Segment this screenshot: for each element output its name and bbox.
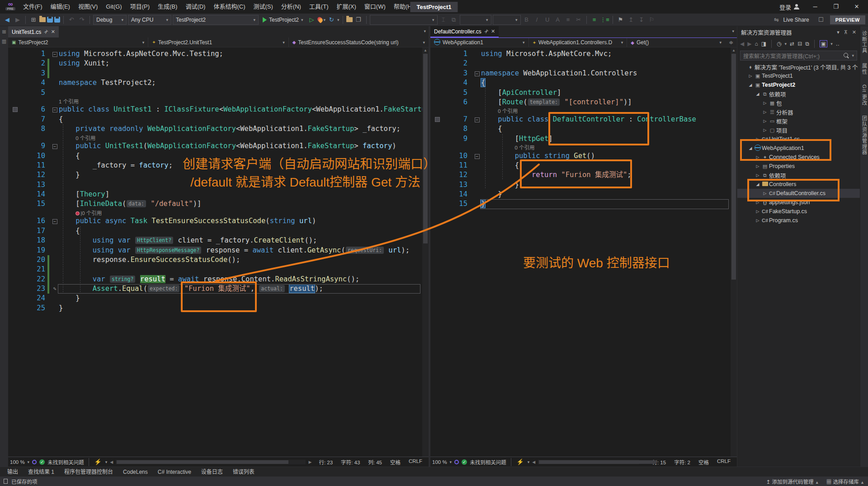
expander-icon[interactable]: ▷ — [755, 164, 761, 168]
start-without-debugging-icon[interactable]: ▷ — [307, 15, 316, 25]
align-icon[interactable]: ≡ — [564, 15, 573, 25]
startup-project-dropdown[interactable]: TestProject2▾ — [173, 15, 259, 25]
switch-views-icon[interactable]: ◨ — [761, 41, 766, 47]
tree-item-项目[interactable]: ▷▢项目 — [737, 126, 860, 135]
panel-tab-错误列表[interactable]: 错误列表 — [228, 467, 259, 477]
save-icon[interactable] — [47, 17, 53, 23]
fold-collapse-icon[interactable]: − — [52, 52, 57, 57]
layers-icon[interactable]: ▥ — [2, 38, 6, 44]
expander-icon[interactable]: ▷ — [755, 137, 761, 141]
code-cleanup-icon[interactable]: ⚡ — [94, 457, 103, 467]
tab-defaultcontroller[interactable]: DefaultController.cs ⊼ ✕ — [430, 26, 499, 37]
tree-item-Program.cs[interactable]: ▷C#Program.cs — [737, 216, 860, 225]
preview-badge-button[interactable]: PREVIEW — [830, 15, 865, 24]
menu-视图(V)[interactable]: 视图(V) — [74, 0, 102, 14]
tree-item-DefaultController.cs[interactable]: ▷C#DefaultController.cs — [737, 189, 860, 198]
breadcrumb-method[interactable]: ◆ TestEnsureSuccessStatusCode(string url… — [289, 37, 429, 47]
fold-collapse-icon[interactable]: − — [475, 117, 480, 122]
left-hscrollbar[interactable] — [116, 460, 306, 464]
save-all-icon[interactable] — [54, 17, 60, 23]
zoom-level[interactable]: 100 % — [10, 459, 25, 465]
back-icon[interactable]: ◀ — [740, 41, 744, 47]
cut-icon[interactable]: ✂ — [574, 15, 583, 25]
tree-item-Controllers[interactable]: ◢Controllers — [737, 180, 860, 189]
panel-tab-程序包管理器控制台[interactable]: 程序包管理器控制台 — [60, 467, 118, 477]
uncomment-icon[interactable]: ⋮≡ — [600, 15, 609, 25]
comment-icon[interactable]: ≡ — [590, 15, 599, 25]
size-dropdown[interactable]: ▾ — [460, 15, 491, 25]
solution-search-input[interactable]: 搜索解决方案资源管理器(Ctrl+;) ▾ — [740, 51, 857, 61]
tree-item-框架[interactable]: ▷▭框架 — [737, 117, 860, 126]
forward-icon[interactable]: ▶ — [747, 41, 751, 47]
minimize-button[interactable]: ─ — [806, 0, 825, 14]
panel-tab-查找结果 1[interactable]: 查找结果 1 — [24, 467, 59, 477]
bookmark-icon[interactable]: ⚑ — [616, 15, 625, 25]
side-tab-属性[interactable]: 属性 — [861, 63, 868, 75]
expander-icon[interactable]: ▷ — [755, 200, 761, 205]
breadcrumb-class[interactable]: ✦ WebApplication1.Controllers.D ▾ — [529, 38, 627, 47]
select-repository-button[interactable]: ▦ 选择存储库 ▲ — [826, 478, 864, 485]
platform-dropdown[interactable]: Any CPU▾ — [128, 15, 171, 25]
expander-icon[interactable]: ◢ — [747, 83, 754, 87]
right-hscrollbar[interactable] — [538, 460, 639, 464]
expander-icon[interactable]: ▷ — [747, 74, 754, 78]
tree-item-TestProject1[interactable]: ▷▣TestProject1 — [737, 71, 860, 80]
expander-icon[interactable]: ▷ — [762, 128, 768, 132]
sync-with-active-document-icon[interactable]: ▣ — [820, 40, 827, 47]
sign-in-button[interactable]: 登录 — [775, 3, 804, 11]
zoom-level[interactable]: 100 % — [432, 459, 447, 465]
menu-调试(D)[interactable]: 调试(D) — [181, 0, 209, 14]
code-editor-left[interactable]: 1−using Microsoft.AspNetCore.Mvc.Testing… — [8, 47, 422, 457]
overflow-icon[interactable]: ‥ — [836, 41, 840, 47]
restart-icon[interactable]: ↻ — [327, 15, 336, 25]
toolbox-icon[interactable]: ⊞ — [2, 29, 6, 35]
close-panel-icon[interactable]: ✕ — [852, 29, 856, 35]
codelens-row[interactable]: 1 个引用 — [8, 98, 422, 105]
menu-Git(G)[interactable]: Git(G) — [102, 0, 126, 14]
side-tab-诊断工具[interactable]: 诊断工具 — [861, 31, 868, 53]
close-button[interactable]: ✕ — [847, 0, 866, 14]
pin-icon[interactable]: ⊼ — [483, 28, 489, 34]
fold-collapse-icon[interactable]: − — [475, 71, 480, 76]
expander-icon[interactable]: ▷ — [762, 119, 768, 123]
menu-分析(N)[interactable]: 分析(N) — [277, 0, 305, 14]
navigate-forward-icon[interactable]: ▶ — [13, 15, 22, 25]
breadcrumb-project[interactable]: WebApplication1 ▾ — [430, 38, 529, 47]
home-icon[interactable]: ⌂ — [755, 41, 758, 47]
tree-item-UnitTest1.cs[interactable]: ▷C#UnitTest1.cs — [737, 135, 860, 144]
tree-item-WebApplication1[interactable]: ◢WebApplication1 — [737, 144, 860, 153]
problems-status[interactable]: 未找到相关问题 — [47, 458, 84, 466]
expander-icon[interactable]: ▷ — [762, 101, 768, 105]
menu-扩展(X)[interactable]: 扩展(X) — [332, 0, 360, 14]
next-bookmark-icon[interactable]: ↧ — [637, 15, 646, 25]
document-list-icon[interactable]: ▾ — [424, 29, 426, 33]
navigate-back-icon[interactable]: ◀ — [3, 15, 12, 25]
breadcrumb-class[interactable]: ✦ TestProject2.UnitTest1 ▾ — [148, 37, 288, 47]
problems-status[interactable]: 未找到相关问题 — [470, 458, 506, 466]
feedback-icon[interactable]: ☐ — [816, 15, 826, 25]
debug-config-dropdown[interactable]: Debug▾ — [93, 15, 127, 25]
side-tab-团队资源管理器[interactable]: 团队资源管理器 — [861, 116, 868, 155]
underline-icon[interactable]: U — [543, 15, 552, 25]
codelens-row[interactable]: 0 个引用 — [430, 107, 731, 115]
undo-icon[interactable]: ↶ — [67, 15, 76, 25]
breadcrumb-project[interactable]: ▣ TestProject2 ▾ — [8, 37, 148, 47]
pin-panel-icon[interactable]: ⊼ — [844, 29, 848, 35]
scroll-left-icon[interactable]: ◀ — [110, 460, 113, 464]
right-editor-scrollbar[interactable]: ▲ — [731, 47, 737, 457]
open-folder-icon[interactable] — [39, 17, 46, 22]
window-layout-icon[interactable]: ❐ — [354, 15, 363, 25]
properties-copy-icon[interactable]: ⧉ — [805, 41, 809, 47]
code-editor-right[interactable]: 1using Microsoft.AspNetCore.Mvc;23−names… — [430, 47, 731, 457]
expander-icon[interactable]: ◢ — [747, 146, 754, 150]
hot-reload-icon[interactable] — [316, 16, 323, 23]
pin-icon[interactable]: ⊼ — [43, 29, 49, 35]
expander-icon[interactable]: ▷ — [762, 110, 768, 114]
tree-item-包[interactable]: ▷▦包 — [737, 98, 860, 107]
live-share-button[interactable]: ⇋ Live Share — [769, 15, 811, 25]
expander-icon[interactable]: ▷ — [755, 173, 761, 178]
fold-collapse-icon[interactable]: − — [52, 107, 57, 112]
split-editor-icon[interactable]: ≑ — [725, 39, 737, 46]
codelens-row[interactable]: 0 个引用 — [430, 144, 731, 151]
collapse-all-icon[interactable]: ⊟ — [797, 41, 802, 47]
